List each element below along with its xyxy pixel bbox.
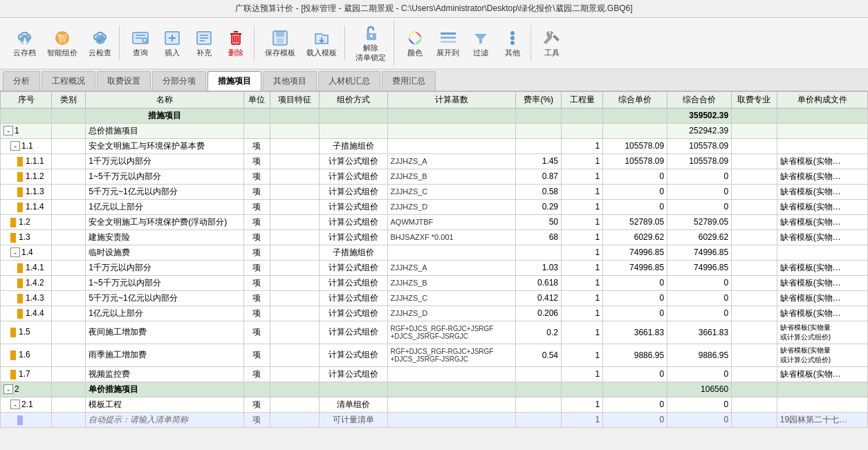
- row-quantity: 1: [562, 214, 603, 229]
- row-profession: [732, 229, 777, 245]
- row-rate: 0.87: [516, 169, 562, 184]
- row-feature: [270, 199, 320, 214]
- row-name: 临时设施费: [86, 245, 244, 260]
- row-id: -1: [1, 123, 52, 138]
- col-header-unit-price: 综合单价: [603, 91, 667, 108]
- row-rate: 0.412: [516, 290, 562, 306]
- row-total-price: 0: [667, 397, 732, 412]
- row-price-method: [320, 108, 387, 123]
- row-calc-base: [387, 108, 516, 123]
- tab-overview[interactable]: 工程概况: [41, 71, 95, 91]
- expand-button[interactable]: 展开到: [432, 26, 464, 61]
- other-button[interactable]: 其他: [497, 26, 528, 61]
- svg-rect-30: [441, 37, 456, 39]
- row-file: 缺省模板(实物…: [777, 199, 867, 214]
- row-unit-price: 0: [603, 169, 667, 184]
- row-feature: [270, 108, 320, 123]
- tab-parts[interactable]: 分部分项: [152, 71, 206, 91]
- row-unit: 项: [243, 260, 270, 275]
- row-file: 缺省模板(实物…: [777, 290, 867, 306]
- row-unit: 项: [243, 229, 270, 245]
- cloud-check-button[interactable]: 云检查: [84, 26, 116, 61]
- row-feature: [270, 184, 320, 199]
- row-file: 缺省模板(实物…: [777, 214, 867, 229]
- row-total-price: 0: [667, 366, 732, 382]
- row-file: 缺省模板(实物量或计算公式组价): [777, 344, 867, 366]
- filter-button[interactable]: 过滤: [465, 26, 496, 61]
- row-quantity: 1: [562, 169, 603, 184]
- tab-analysis[interactable]: 分析: [3, 71, 40, 91]
- collapse-btn-1[interactable]: -: [3, 126, 13, 135]
- row-quantity: 1: [562, 260, 603, 275]
- delete-icon: [226, 28, 246, 48]
- delete-button[interactable]: 删除: [221, 26, 251, 61]
- row-unit: 项: [243, 214, 270, 229]
- row-price-method: 计算公式组价: [320, 344, 387, 366]
- supplement-label: 补充: [196, 48, 212, 58]
- row-quantity: 1: [562, 229, 603, 245]
- table-row: 1.1.2 1~5千万元以内部分 项 计算公式组价 ZJJHZS_B 0.87 …: [1, 169, 868, 184]
- tab-measures[interactable]: 措施项目: [207, 71, 261, 91]
- color-icon: [405, 28, 425, 48]
- row-total-price: 9886.95: [667, 344, 732, 366]
- collapse-btn-21[interactable]: -: [10, 400, 20, 409]
- row-total-price: 0: [667, 169, 732, 184]
- color-button[interactable]: 颜色: [400, 26, 430, 61]
- main-table: 序号 类别 名称 单位 项目特征 组价方式 计算基数 费率(%) 工程量 综合单…: [0, 91, 868, 428]
- row-category: [52, 138, 86, 153]
- row-id: 1.5: [1, 321, 52, 344]
- row-category: [52, 214, 86, 229]
- table-row: 1.6 雨季施工增加费 项 计算公式组价 RGF+DJCS_RGF-RGJC+J…: [1, 344, 868, 366]
- tab-fee-summary[interactable]: 费用汇总: [382, 71, 436, 91]
- row-calc-base: RGF+DJCS_RGF-RGJC+JSRGF+DJCS_JSRGF-JSRGJ…: [387, 344, 516, 366]
- row-id: 1.3: [1, 229, 52, 245]
- table-row: 1.7 视频监控费 项 计算公式组价 1 0 0 缺省模板(实物…: [1, 366, 868, 382]
- collapse-btn-11[interactable]: -: [10, 141, 20, 151]
- tab-other[interactable]: 其他项目: [263, 71, 317, 91]
- row-calc-base: ZJJHZS_D: [387, 199, 516, 214]
- row-id: [1, 108, 52, 123]
- supplement-button[interactable]: 补充: [189, 26, 219, 61]
- row-total-price: 74996.85: [667, 245, 732, 260]
- row-rate: 0.54: [516, 344, 562, 366]
- tab-fee-setting[interactable]: 取费设置: [97, 71, 151, 91]
- row-unit-price: 74996.85: [603, 245, 667, 260]
- svg-point-34: [510, 41, 515, 45]
- row-total-price: 6029.62: [667, 229, 732, 245]
- smart-price-button[interactable]: 智 智能组价: [42, 26, 82, 61]
- row-unit-price: [603, 382, 667, 397]
- collapse-btn-14[interactable]: -: [10, 247, 20, 257]
- tab-labor-material[interactable]: 人材机汇总: [318, 71, 380, 91]
- row-unit: [243, 108, 270, 123]
- row-category: [52, 108, 86, 123]
- row-profession: [732, 366, 777, 382]
- other-icon: [503, 28, 522, 48]
- row-category: [52, 153, 86, 169]
- cloud-save-button[interactable]: 云存档: [8, 26, 41, 61]
- col-header-id: 序号: [1, 91, 52, 108]
- row-id: -1.1: [1, 138, 52, 153]
- load-template-button[interactable]: 载入模板: [302, 26, 342, 61]
- row-feature: [270, 382, 320, 397]
- row-price-method: [320, 382, 387, 397]
- row-unit-price: 105578.09: [603, 153, 667, 169]
- row-price-method: 计算公式组价: [320, 153, 387, 169]
- save-template-button[interactable]: 保存模板: [260, 26, 300, 61]
- toolbar-group-edit: 查询 插入 补充 删除: [122, 26, 255, 61]
- row-calc-base: ZJJHZS_A: [387, 153, 516, 169]
- insert-button[interactable]: 插入: [157, 26, 187, 61]
- row-unit: 项: [243, 184, 270, 199]
- collapse-btn-2[interactable]: -: [3, 384, 13, 394]
- tools-button[interactable]: 工具: [537, 26, 567, 61]
- row-quantity: 1: [562, 321, 603, 344]
- toolbar-group-cloud: 云存档 智 智能组价 云检查: [6, 26, 120, 61]
- row-total-price: 3661.83: [667, 321, 732, 344]
- svg-rect-29: [441, 32, 456, 35]
- query-button[interactable]: 查询: [125, 26, 156, 61]
- row-feature: [270, 123, 320, 138]
- col-header-unit: 单位: [243, 91, 270, 108]
- unlock-button[interactable]: 解除清单锁定: [351, 21, 391, 66]
- row-name: 模板工程: [86, 397, 244, 412]
- svg-point-33: [510, 36, 515, 40]
- row-rate: 0.618: [516, 275, 562, 290]
